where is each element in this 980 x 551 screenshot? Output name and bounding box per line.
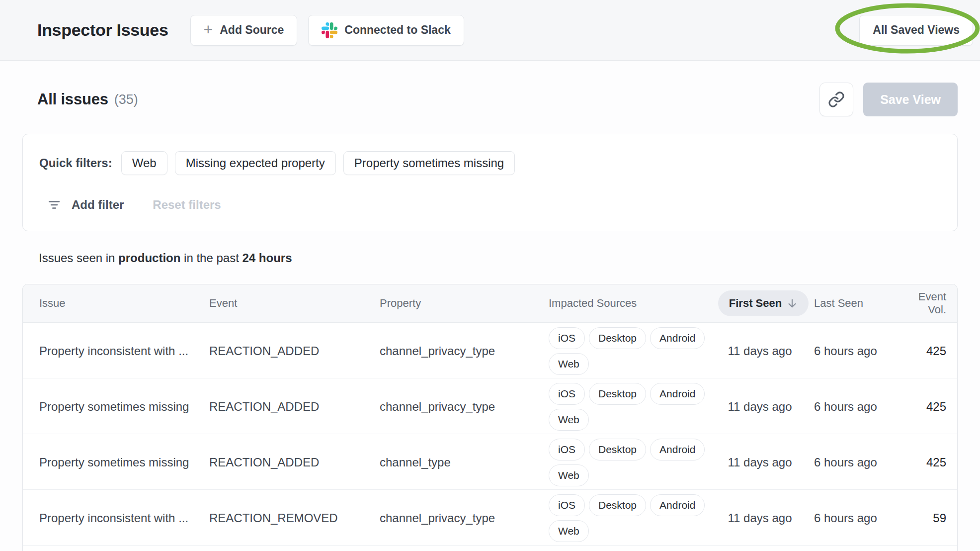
all-saved-views-button[interactable]: All Saved Views	[859, 15, 973, 46]
source-pill: Android	[650, 494, 705, 516]
cell-issue: Property sometimes missing	[39, 456, 209, 469]
view-title: All issues	[37, 91, 108, 108]
cell-issue: Property sometimes missing	[39, 400, 209, 414]
cell-last-seen: 6 hours ago	[814, 511, 898, 525]
table-header-row: Issue Event Property Impacted Sources Fi…	[23, 284, 957, 323]
source-pill: iOS	[549, 383, 585, 405]
slack-button-label: Connected to Slack	[344, 23, 450, 37]
copy-link-button[interactable]	[819, 83, 853, 116]
add-source-button[interactable]: + Add Source	[190, 15, 298, 46]
cell-issue: Property inconsistent with ...	[39, 511, 209, 525]
reset-filters-button[interactable]: Reset filters	[153, 198, 221, 212]
quick-filter-chip[interactable]: Missing expected property	[175, 151, 336, 175]
col-header-event[interactable]: Event	[209, 297, 380, 310]
table-body: Property inconsistent with ... REACTION_…	[23, 323, 957, 551]
cell-property: channel_privacy_type	[380, 344, 549, 358]
source-pill: Web	[549, 520, 589, 542]
cell-impacted-sources: iOSDesktopAndroidWeb	[549, 378, 713, 435]
source-pill: Desktop	[589, 494, 646, 516]
source-pill: Desktop	[589, 439, 646, 460]
col-header-issue[interactable]: Issue	[39, 297, 209, 310]
main-content: All issues (35) Save View Quick filters:…	[0, 83, 980, 551]
add-source-label: Add Source	[220, 23, 284, 37]
topbar: Inspector Issues + Add Source Connected …	[0, 0, 980, 61]
cell-last-seen: 6 hours ago	[814, 456, 898, 469]
cell-event-vol: 425	[898, 344, 946, 358]
link-icon	[828, 91, 845, 108]
col-header-first-seen-sort[interactable]: First Seen	[718, 290, 809, 316]
table-row[interactable]: Property sometimes missing REACTION_ADDE…	[23, 378, 957, 434]
source-pill: Android	[650, 439, 705, 460]
source-pill: iOS	[549, 494, 585, 516]
plus-icon: +	[204, 21, 213, 37]
cell-property: channel_privacy_type	[380, 400, 549, 414]
arrow-down-icon	[787, 298, 798, 309]
scope-range: 24 hours	[242, 251, 292, 265]
scope-environment: production	[118, 251, 180, 265]
cell-first-seen: 11 days ago	[713, 511, 814, 525]
table-row[interactable]: Property inconsistent with ... REACTION_…	[23, 490, 957, 546]
cell-first-seen: 11 days ago	[713, 456, 814, 469]
table-row[interactable]: Property sometimes missing REACTION_ADDE…	[23, 434, 957, 490]
save-view-label: Save View	[880, 92, 941, 107]
scope-prefix: Issues seen in	[39, 251, 118, 265]
cell-last-seen: 6 hours ago	[814, 400, 898, 414]
col-header-impacted-sources[interactable]: Impacted Sources	[549, 297, 713, 310]
issue-count: (35)	[114, 92, 138, 107]
col-header-property[interactable]: Property	[380, 297, 549, 310]
quick-filter-chip[interactable]: Web	[121, 151, 167, 175]
save-view-button[interactable]: Save View	[863, 83, 958, 116]
source-pill: Desktop	[589, 383, 646, 405]
quick-filter-chip[interactable]: Property sometimes missing	[343, 151, 515, 175]
view-header: All issues (35) Save View	[22, 83, 958, 116]
cell-first-seen: 11 days ago	[713, 400, 814, 414]
quick-filters-label: Quick filters:	[39, 156, 112, 170]
filters-card: Quick filters: WebMissing expected prope…	[22, 134, 958, 231]
cell-impacted-sources: iOSDesktopAndroidWeb	[549, 434, 713, 491]
connected-to-slack-button[interactable]: Connected to Slack	[308, 15, 464, 46]
page-title: Inspector Issues	[37, 20, 168, 40]
add-filter-button[interactable]: Add filter	[48, 198, 124, 212]
table-row[interactable]: iOSDesktopAndroid	[23, 546, 957, 551]
cell-first-seen: 11 days ago	[713, 344, 814, 358]
scope-middle: in the past	[180, 251, 242, 265]
all-saved-views-label: All Saved Views	[873, 23, 960, 37]
source-pill: Web	[549, 409, 589, 431]
cell-event: REACTION_ADDED	[209, 456, 380, 469]
first-seen-label: First Seen	[729, 297, 782, 310]
scope-line: Issues seen in production in the past 24…	[39, 251, 958, 265]
source-pill: Android	[650, 327, 705, 349]
col-header-last-seen[interactable]: Last Seen	[814, 297, 898, 310]
slack-icon	[322, 22, 337, 38]
filter-lines-icon	[48, 198, 61, 211]
cell-event: REACTION_ADDED	[209, 400, 380, 414]
cell-last-seen: 6 hours ago	[814, 344, 898, 358]
cell-property: channel_type	[380, 456, 549, 469]
source-pill: iOS	[549, 327, 585, 349]
cell-event: REACTION_ADDED	[209, 344, 380, 358]
cell-impacted-sources: iOSDesktopAndroidWeb	[549, 323, 713, 379]
cell-impacted-sources: iOSDesktopAndroidWeb	[549, 490, 713, 547]
source-pill: Android	[650, 383, 705, 405]
quick-filter-chips: WebMissing expected propertyProperty som…	[121, 151, 522, 175]
source-pill: Desktop	[589, 327, 646, 349]
cell-event: REACTION_REMOVED	[209, 511, 380, 525]
cell-event-vol: 425	[898, 400, 946, 414]
cell-event-vol: 59	[898, 511, 946, 525]
cell-event-vol: 425	[898, 456, 946, 469]
table-row[interactable]: Property inconsistent with ... REACTION_…	[23, 323, 957, 378]
col-header-event-vol[interactable]: Event Vol.	[898, 290, 946, 316]
source-pill: Web	[549, 464, 589, 486]
issues-table: Issue Event Property Impacted Sources Fi…	[22, 284, 958, 551]
add-filter-label: Add filter	[72, 198, 124, 212]
cell-issue: Property inconsistent with ...	[39, 344, 209, 358]
source-pill: iOS	[549, 439, 585, 460]
source-pill: Web	[549, 353, 589, 375]
cell-property: channel_privacy_type	[380, 511, 549, 525]
